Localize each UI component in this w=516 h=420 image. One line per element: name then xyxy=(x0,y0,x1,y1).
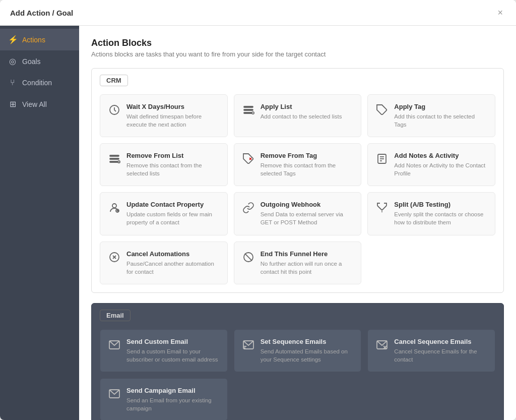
card-wait[interactable]: Wait X Days/Hours Wait defined timespan … xyxy=(100,94,228,137)
send-campaign-email-desc: Send an Email from your existing campaig… xyxy=(126,396,219,412)
sidebar-item-actions[interactable]: ⚡ Actions xyxy=(0,29,79,50)
remove-tag-desc: Remove this contact from the selected Ta… xyxy=(261,161,353,177)
update-contact-desc: Update custom fields or few main propert… xyxy=(126,210,219,226)
goals-icon: ◎ xyxy=(8,56,17,66)
email-cards-grid: Send Custom Email Send a custom Email to… xyxy=(92,327,503,420)
apply-tag-title: Apply Tag xyxy=(394,103,487,110)
cancel-sequence-emails-title: Cancel Sequence Emails xyxy=(394,338,487,345)
remove-list-title: Remove From List xyxy=(126,152,219,159)
add-notes-title: Add Notes & Activity xyxy=(394,152,487,159)
card-update-contact[interactable]: Update Contact Property Update custom fi… xyxy=(100,192,228,235)
send-campaign-email-icon xyxy=(108,388,120,403)
svg-rect-8 xyxy=(110,155,119,156)
send-campaign-email-title: Send Campaign Email xyxy=(126,387,219,394)
outgoing-webhook-icon xyxy=(242,202,254,217)
actions-icon: ⚡ xyxy=(8,35,17,44)
remove-list-icon xyxy=(108,153,120,168)
wait-desc: Wait defined timespan before execute the… xyxy=(126,112,219,129)
modal: Add Action / Goal × ⚡ Actions ◎ Goals ⑂ … xyxy=(0,0,516,420)
send-custom-email-icon xyxy=(108,339,120,354)
send-custom-email-desc: Send a custom Email to your subscriber o… xyxy=(126,347,219,364)
view-all-icon: ⊞ xyxy=(8,99,17,109)
end-funnel-icon xyxy=(242,251,254,266)
crm-cards-grid: Wait X Days/Hours Wait defined timespan … xyxy=(92,92,503,292)
card-add-notes[interactable]: Add Notes & Activity Add Notes or Activi… xyxy=(367,143,495,186)
sidebar-item-condition-label: Condition xyxy=(22,79,52,87)
wait-title: Wait X Days/Hours xyxy=(126,103,219,110)
split-ab-title: Split (A/B Testing) xyxy=(394,201,487,208)
svg-point-20 xyxy=(112,204,116,208)
wait-icon xyxy=(108,104,120,119)
cancel-automations-icon xyxy=(108,251,120,266)
sidebar: ⚡ Actions ◎ Goals ⑂ Condition ⊞ View All xyxy=(0,26,79,420)
crm-label: CRM xyxy=(100,75,128,86)
card-remove-list[interactable]: Remove From List Remove this contact fro… xyxy=(100,143,228,186)
card-send-custom-email[interactable]: Send Custom Email Send a custom Email to… xyxy=(100,329,228,372)
apply-list-desc: Add contact to the selected lists xyxy=(261,112,342,121)
close-button[interactable]: × xyxy=(494,7,506,18)
cancel-sequence-emails-icon xyxy=(376,339,388,354)
apply-list-icon xyxy=(242,104,254,119)
sidebar-item-actions-label: Actions xyxy=(22,36,45,44)
remove-tag-title: Remove From Tag xyxy=(261,152,353,159)
split-ab-icon xyxy=(376,202,388,217)
outgoing-webhook-desc: Send Data to external server via GET or … xyxy=(261,210,353,226)
sidebar-item-goals-label: Goals xyxy=(22,57,41,66)
sidebar-item-goals[interactable]: ◎ Goals xyxy=(0,50,79,72)
apply-tag-icon xyxy=(376,104,388,119)
card-cancel-sequence-emails[interactable]: Cancel Sequence Emails Cancel Sequence E… xyxy=(367,329,495,372)
svg-rect-9 xyxy=(110,158,119,159)
outgoing-webhook-title: Outgoing Webhook xyxy=(261,201,353,208)
sidebar-item-condition[interactable]: ⑂ Condition xyxy=(0,72,79,93)
modal-title: Add Action / Goal xyxy=(10,9,73,17)
set-sequence-emails-title: Set Sequence Emails xyxy=(261,338,353,345)
send-custom-email-title: Send Custom Email xyxy=(126,338,219,345)
card-send-campaign-email[interactable]: Send Campaign Email Send an Email from y… xyxy=(100,378,228,420)
cancel-automations-title: Cancel Automations xyxy=(126,250,219,258)
update-contact-title: Update Contact Property xyxy=(126,201,219,208)
update-contact-icon xyxy=(108,202,120,217)
modal-header: Add Action / Goal × xyxy=(0,0,516,26)
add-notes-icon xyxy=(376,153,388,168)
set-sequence-emails-icon xyxy=(242,339,254,354)
card-set-sequence-emails[interactable]: Set Sequence Emails Send Automated Email… xyxy=(234,329,362,372)
card-apply-list[interactable]: Apply List Add contact to the selected l… xyxy=(234,94,362,137)
email-label: Email xyxy=(100,310,131,321)
card-apply-tag[interactable]: Apply Tag Add this contact to the select… xyxy=(367,94,495,137)
sidebar-item-view-all-label: View All xyxy=(22,100,47,108)
card-cancel-automations[interactable]: Cancel Automations Pause/Cancel another … xyxy=(100,242,228,284)
apply-list-title: Apply List xyxy=(261,103,342,110)
card-remove-tag[interactable]: Remove From Tag Remove this contact from… xyxy=(234,143,362,186)
cancel-sequence-emails-desc: Cancel Sequence Emails for the contact xyxy=(394,347,487,364)
crm-section: CRM Wait X Days/Hours Wait defined times… xyxy=(91,68,504,293)
apply-tag-desc: Add this contact to the selected Tags xyxy=(394,112,487,129)
sidebar-item-view-all[interactable]: ⊞ View All xyxy=(0,93,79,115)
card-outgoing-webhook[interactable]: Outgoing Webhook Send Data to external s… xyxy=(234,192,362,235)
remove-list-desc: Remove this contact from the selected li… xyxy=(126,161,219,177)
main-content: Action Blocks Actions blocks are tasks t… xyxy=(79,26,516,420)
svg-rect-2 xyxy=(244,109,253,110)
cancel-automations-desc: Pause/Cancel another automation for cont… xyxy=(126,260,219,276)
modal-body: ⚡ Actions ◎ Goals ⑂ Condition ⊞ View All… xyxy=(0,26,516,420)
svg-line-28 xyxy=(245,253,252,260)
end-funnel-title: End This Funnel Here xyxy=(261,250,353,258)
card-split-ab[interactable]: Split (A/B Testing) Evenly split the con… xyxy=(367,192,495,235)
end-funnel-desc: No further action will run once a contac… xyxy=(261,260,353,276)
email-section: Email Send Custom Email Send a custom Em… xyxy=(91,303,504,420)
page-title: Action Blocks xyxy=(91,38,504,48)
set-sequence-emails-desc: Send Automated Emails based on your Sequ… xyxy=(261,347,353,364)
svg-rect-1 xyxy=(244,106,253,107)
split-ab-desc: Evenly split the contacts or choose how … xyxy=(394,210,487,226)
condition-icon: ⑂ xyxy=(8,78,17,87)
add-notes-desc: Add Notes or Activity to the Contact Pro… xyxy=(394,161,487,177)
card-end-funnel[interactable]: End This Funnel Here No further action w… xyxy=(234,242,362,284)
remove-tag-icon xyxy=(242,153,254,168)
page-subtitle: Actions blocks are tasks that you want t… xyxy=(91,50,504,58)
